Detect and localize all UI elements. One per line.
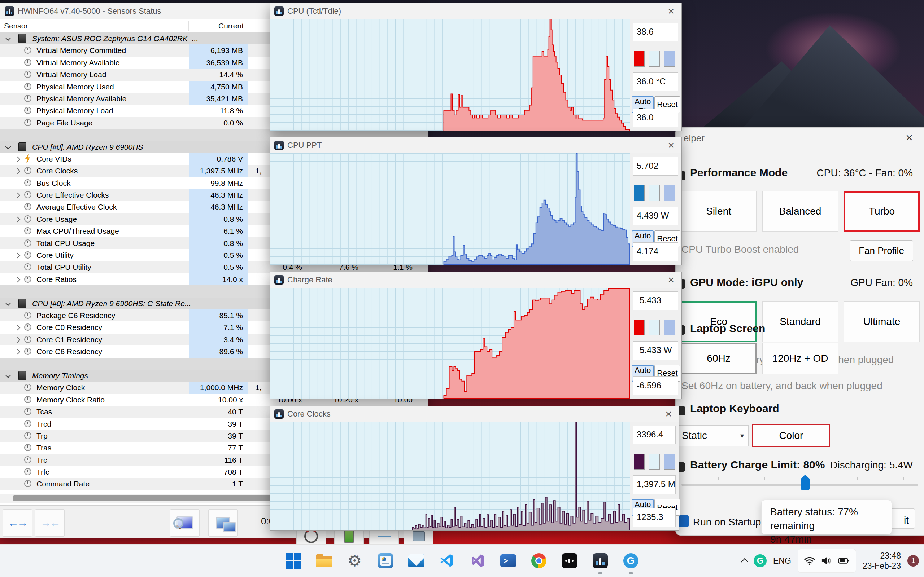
taskbar-button-system-monitor[interactable] xyxy=(370,546,401,575)
sensor-clock-icon xyxy=(24,456,31,463)
gpu-ultimate-button[interactable]: Ultimate xyxy=(844,301,920,342)
grammarly-tray-icon[interactable]: G xyxy=(754,554,767,567)
background-color-swatch[interactable] xyxy=(649,454,660,469)
background-color-swatch[interactable] xyxy=(649,185,660,201)
expand-chevron-icon[interactable] xyxy=(15,168,21,174)
collapse-chevron-icon[interactable] xyxy=(5,300,11,306)
sensor-clock-icon xyxy=(24,47,31,54)
taskbar-button-vscode[interactable] xyxy=(431,546,462,575)
battery-limit-slider-track[interactable] xyxy=(682,484,918,486)
sensor-clock-icon xyxy=(24,119,31,126)
notification-badge[interactable]: 1 xyxy=(908,555,919,567)
sensor-current-value: 46.3 MHz xyxy=(189,189,248,201)
visual-studio-icon xyxy=(469,553,486,569)
speaker-icon xyxy=(821,555,833,567)
expand-chevron-icon[interactable] xyxy=(15,325,21,331)
language-indicator[interactable]: ENG xyxy=(773,556,791,566)
clock[interactable]: 23:48 23-Feb-23 xyxy=(863,551,901,571)
taskbar-button-powershell[interactable]: >_ xyxy=(493,546,523,575)
slider-tick xyxy=(811,477,811,480)
column-header-sensor[interactable]: Sensor xyxy=(4,22,28,30)
background-color-swatch[interactable] xyxy=(649,319,660,335)
expand-chevron-icon[interactable] xyxy=(15,253,21,259)
battery-limit-slider-handle[interactable] xyxy=(801,475,809,490)
graph-window-titlebar[interactable]: Charge Rate × xyxy=(270,272,682,288)
collapse-columns-button[interactable]: →← xyxy=(35,509,65,537)
sensor-current-value: 39 T xyxy=(189,430,248,442)
grid-color-swatch[interactable] xyxy=(664,51,675,67)
column-header-current[interactable]: Current xyxy=(189,22,244,30)
taskbar-button-explorer[interactable] xyxy=(309,546,339,575)
keyboard-color-button[interactable]: Color xyxy=(752,424,830,447)
run-on-startup-toggle[interactable] xyxy=(678,515,689,527)
grid-color-swatch[interactable] xyxy=(664,319,675,335)
battery-status-line1: Battery status: 77% remaining xyxy=(770,505,892,533)
expand-columns-button[interactable]: ←→ xyxy=(3,509,32,537)
remote-monitor-button[interactable] xyxy=(208,509,238,537)
sensor-group-label: CPU [#0]: AMD Ryzen 9 6900HS: C-State Re… xyxy=(32,299,191,308)
series-color-swatch[interactable] xyxy=(634,319,645,335)
expand-chevron-icon[interactable] xyxy=(15,156,21,162)
sensor-current-value: 14.4 % xyxy=(189,69,248,81)
hwinfo-app-icon xyxy=(274,275,284,285)
ghelper-close-button[interactable]: × xyxy=(906,131,913,145)
graph-window-close-button[interactable]: × xyxy=(665,274,677,285)
sensor-current-value: 39 T xyxy=(189,418,248,430)
sensor-clock-icon xyxy=(24,396,31,403)
taskbar-button-ghelper[interactable]: G xyxy=(615,546,646,575)
gpu-fan-status: GPU Fan: 0% xyxy=(850,277,913,288)
expand-chevron-icon[interactable] xyxy=(15,337,21,343)
perf-balanced-button[interactable]: Balanced xyxy=(762,191,838,232)
keyboard-mode-dropdown[interactable]: Static ▾ xyxy=(677,425,749,446)
sensor-label: Physical Memory Available xyxy=(36,95,126,103)
sensor-label: Tcas xyxy=(36,408,52,416)
collapse-chevron-icon[interactable] xyxy=(5,372,11,378)
sensor-clock-icon xyxy=(24,95,31,102)
taskbar-button-chrome[interactable] xyxy=(523,546,554,575)
expand-chevron-icon[interactable] xyxy=(15,193,21,198)
perf-silent-button[interactable]: Silent xyxy=(681,191,756,232)
fan-profile-button[interactable]: Fan Profile xyxy=(850,240,913,261)
collapse-chevron-icon[interactable] xyxy=(5,143,11,149)
quick-settings-pill[interactable] xyxy=(798,549,856,573)
expand-chevron-icon[interactable] xyxy=(15,349,21,355)
graph-window-titlebar[interactable]: CPU (Tctl/Tdie) × xyxy=(270,3,682,19)
graph-window-close-button[interactable]: × xyxy=(662,409,675,419)
expand-chevron-icon[interactable] xyxy=(15,277,21,283)
series-color-swatch[interactable] xyxy=(634,51,645,67)
taskbar-button-settings[interactable]: ⚙ xyxy=(339,546,370,575)
screen-120hz-button[interactable]: 120Hz + OD xyxy=(762,343,838,374)
taskbar-button-mail[interactable] xyxy=(401,546,431,575)
sensor-clock-icon xyxy=(24,444,31,451)
battery-limit-heading: Battery Charge Limit: 80% xyxy=(690,459,825,471)
tray-overflow-chevron-icon[interactable] xyxy=(741,558,748,566)
grid-color-swatch[interactable] xyxy=(664,185,675,201)
taskbar-button-visual-studio[interactable] xyxy=(462,546,493,575)
keyboard-mode-value: Static xyxy=(682,430,707,441)
sensor-label: Command Rate xyxy=(36,480,89,488)
background-color-swatch[interactable] xyxy=(649,51,660,67)
graph-window-titlebar[interactable]: CPU PPT × xyxy=(270,137,682,153)
vscode-icon xyxy=(439,553,455,569)
gpu-standard-button[interactable]: Standard xyxy=(762,301,838,342)
perf-turbo-button[interactable]: Turbo xyxy=(844,191,920,232)
collapse-chevron-icon[interactable] xyxy=(5,35,11,41)
sensor-current-value: 708 T xyxy=(189,466,248,478)
screen-inspect-button[interactable] xyxy=(170,509,200,537)
chip-icon xyxy=(18,371,26,380)
gpu-eco-button[interactable]: Eco xyxy=(681,301,756,342)
graph-window-titlebar[interactable]: Core Clocks × xyxy=(270,406,679,422)
graph-window-close-button[interactable]: × xyxy=(665,6,677,16)
graph-window-close-button[interactable]: × xyxy=(665,140,677,151)
sensor-label: Virtual Memory Committed xyxy=(36,46,126,55)
taskbar-button-hwinfo[interactable] xyxy=(585,546,615,575)
expand-chevron-icon[interactable] xyxy=(15,217,21,222)
series-color-swatch[interactable] xyxy=(634,454,645,469)
taskbar-button-start[interactable] xyxy=(278,546,309,575)
sensor-clock-icon xyxy=(24,59,31,66)
screen-60hz-button[interactable]: 60Hz xyxy=(681,343,756,374)
grid-color-swatch[interactable] xyxy=(664,454,675,469)
taskbar-button-terminal-black[interactable] xyxy=(554,546,585,575)
series-color-swatch[interactable] xyxy=(634,185,645,201)
dropdown-caret-icon: ▾ xyxy=(740,431,744,440)
